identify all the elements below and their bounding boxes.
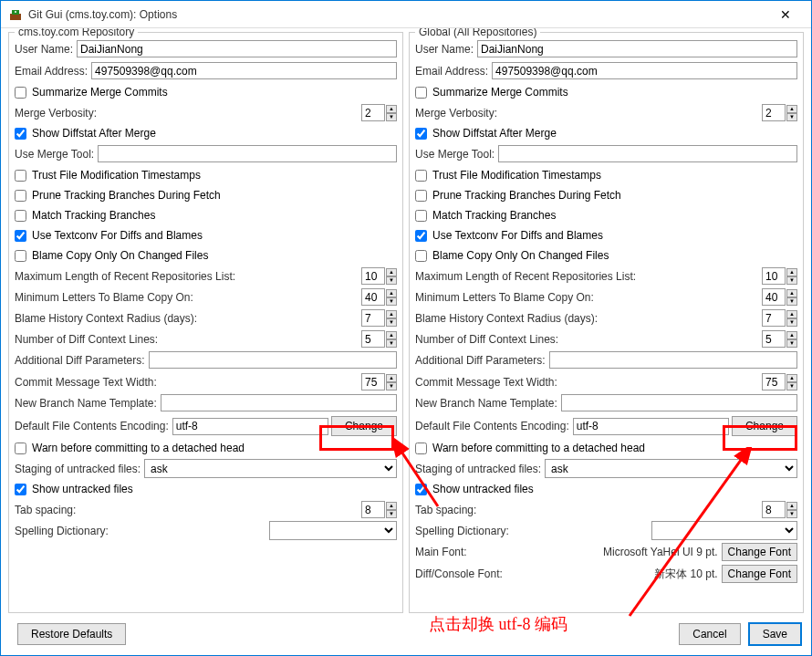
spin-up[interactable]: ▲ — [786, 374, 797, 382]
spin-up[interactable]: ▲ — [386, 289, 397, 297]
repo-blame-copy-cb[interactable] — [15, 250, 26, 262]
repo-min-blame-input[interactable] — [361, 288, 385, 306]
repo-new-branch-input[interactable] — [161, 394, 397, 411]
spin-up[interactable]: ▲ — [786, 502, 797, 510]
close-icon[interactable]: ✕ — [767, 7, 804, 22]
global-blame-history-input[interactable] — [762, 309, 786, 327]
repo-num-diff-input[interactable] — [361, 330, 385, 348]
cancel-button[interactable]: Cancel — [679, 623, 740, 645]
spin-down[interactable]: ▼ — [786, 113, 797, 121]
spin-down[interactable]: ▼ — [786, 318, 797, 327]
repo-staging-select[interactable]: ask — [144, 459, 397, 478]
spin-up[interactable]: ▲ — [786, 310, 797, 318]
global-max-recent-input[interactable] — [762, 267, 786, 285]
repo-max-recent-label: Maximum Length of Recent Repositories Li… — [15, 270, 361, 283]
global-spell-select[interactable] — [651, 521, 797, 540]
repo-username-input[interactable] — [77, 40, 397, 57]
global-new-branch-input[interactable] — [561, 394, 797, 411]
spin-down[interactable]: ▼ — [786, 276, 797, 285]
spin-up[interactable]: ▲ — [786, 331, 797, 339]
global-email-input[interactable] — [492, 62, 797, 79]
spin-down[interactable]: ▼ — [386, 276, 397, 285]
global-num-diff-input[interactable] — [762, 330, 786, 348]
repo-change-encoding-button[interactable]: Change — [331, 416, 397, 436]
repo-warn-detached-cb[interactable] — [15, 443, 26, 454]
repo-commit-width-input[interactable] — [361, 373, 385, 390]
spin-up[interactable]: ▲ — [386, 374, 397, 382]
global-username-input[interactable] — [477, 40, 797, 57]
repo-tab-spacing-input[interactable] — [361, 501, 385, 518]
global-commit-width-label: Commit Message Text Width: — [415, 376, 762, 389]
svg-rect-0 — [10, 14, 21, 20]
spin-up[interactable]: ▲ — [786, 268, 797, 276]
repo-merge-verbosity-input[interactable] — [361, 104, 385, 121]
repo-use-textconv-cb[interactable] — [15, 230, 26, 242]
spin-down[interactable]: ▼ — [786, 297, 797, 306]
global-summarize-merge-cb[interactable] — [415, 87, 427, 99]
repo-panel-title: cms.toy.com Repository — [15, 28, 138, 38]
repo-add-diff-input[interactable] — [149, 351, 397, 369]
global-min-blame-input[interactable] — [762, 288, 786, 306]
global-warn-detached-cb[interactable] — [415, 443, 427, 454]
repo-prune-tracking-cb[interactable] — [15, 190, 26, 202]
global-encoding-label: Default File Contents Encoding: — [415, 420, 569, 432]
repo-email-input[interactable] — [91, 62, 397, 79]
repo-max-recent-input[interactable] — [361, 267, 385, 285]
global-encoding-input[interactable] — [573, 418, 729, 435]
restore-defaults-button[interactable]: Restore Defaults — [17, 623, 126, 645]
repo-blame-history-input[interactable] — [361, 309, 385, 327]
repo-blame-copy-label: Blame Copy Only On Changed Files — [32, 249, 208, 262]
spin-down[interactable]: ▼ — [786, 382, 797, 390]
global-tab-spacing-input[interactable] — [762, 501, 786, 518]
repo-tab-spacing-label: Tab spacing: — [15, 504, 361, 516]
spin-down[interactable]: ▼ — [386, 382, 397, 390]
global-change-diff-font-button[interactable]: Change Font — [722, 565, 797, 583]
global-merge-tool-input[interactable] — [498, 145, 797, 162]
repo-min-blame-label: Minimum Letters To Blame Copy On: — [15, 291, 361, 304]
global-merge-verbosity-input[interactable] — [762, 104, 786, 121]
repo-encoding-input[interactable] — [172, 418, 328, 435]
global-trust-timestamps-cb[interactable] — [415, 170, 427, 182]
global-show-diffstat-cb[interactable] — [415, 128, 427, 140]
spin-down[interactable]: ▼ — [786, 339, 797, 348]
spin-up[interactable]: ▲ — [786, 105, 797, 113]
global-use-textconv-cb[interactable] — [415, 230, 427, 242]
spin-up[interactable]: ▲ — [386, 105, 397, 113]
repo-spell-select[interactable] — [269, 521, 397, 540]
spin-up[interactable]: ▲ — [386, 310, 397, 318]
spin-down[interactable]: ▼ — [386, 113, 397, 121]
repo-trust-timestamps-cb[interactable] — [15, 170, 26, 182]
global-match-tracking-cb[interactable] — [415, 210, 427, 222]
global-max-recent-label: Maximum Length of Recent Repositories Li… — [415, 270, 762, 283]
global-commit-width-input[interactable] — [762, 373, 786, 390]
repo-show-diffstat-cb[interactable] — [15, 128, 26, 140]
save-button[interactable]: Save — [748, 622, 802, 646]
spin-down[interactable]: ▼ — [786, 510, 797, 518]
global-staging-select[interactable]: ask — [545, 459, 797, 478]
repo-show-untracked-cb[interactable] — [15, 484, 26, 495]
spin-up[interactable]: ▲ — [386, 331, 397, 339]
global-show-untracked-cb[interactable] — [415, 484, 427, 495]
repo-summarize-merge-cb[interactable] — [15, 87, 26, 99]
spin-down[interactable]: ▼ — [386, 510, 397, 518]
repo-show-diffstat-label: Show Diffstat After Merge — [32, 127, 156, 140]
repo-use-textconv-label: Use Textconv For Diffs and Blames — [32, 229, 203, 242]
global-prune-tracking-cb[interactable] — [415, 190, 427, 202]
repo-add-diff-label: Additional Diff Parameters: — [15, 354, 145, 367]
global-match-tracking-label: Match Tracking Branches — [432, 209, 556, 222]
global-change-encoding-button[interactable]: Change — [732, 416, 797, 436]
repo-prune-tracking-label: Prune Tracking Branches During Fetch — [32, 189, 221, 202]
spin-down[interactable]: ▼ — [386, 339, 397, 348]
global-add-diff-input[interactable] — [549, 351, 797, 369]
spin-down[interactable]: ▼ — [386, 297, 397, 306]
global-blame-copy-cb[interactable] — [415, 250, 427, 262]
spin-down[interactable]: ▼ — [386, 318, 397, 327]
global-email-label: Email Address: — [415, 65, 488, 78]
spin-up[interactable]: ▲ — [386, 268, 397, 276]
global-change-main-font-button[interactable]: Change Font — [722, 543, 797, 561]
repo-merge-tool-input[interactable] — [98, 145, 397, 162]
spin-up[interactable]: ▲ — [386, 502, 397, 510]
spin-up[interactable]: ▲ — [786, 289, 797, 297]
repo-match-tracking-cb[interactable] — [15, 210, 26, 222]
repo-show-untracked-label: Show untracked files — [32, 483, 133, 495]
